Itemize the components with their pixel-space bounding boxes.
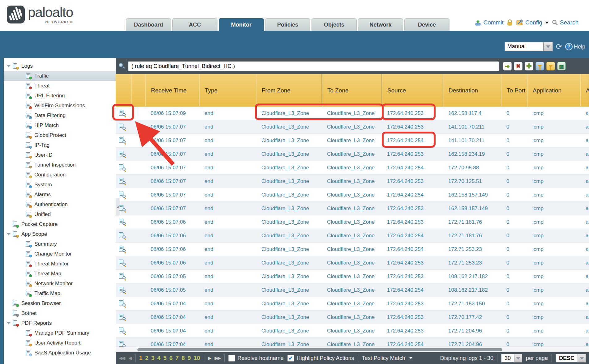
prev-page-button[interactable]: ◀ — [128, 355, 131, 361]
sidebar-item-configuration[interactable]: Configuration — [4, 170, 116, 180]
add-filter-button[interactable]: ✚ — [525, 62, 533, 70]
sidebar-item-manage-pdf-summary[interactable]: Manage PDF Summary — [4, 328, 116, 338]
cell-source[interactable]: 172.64.240.253 — [382, 256, 443, 269]
sidebar-item-tunnel-inspection[interactable]: Tunnel Inspection — [4, 160, 116, 170]
cell-from_zone[interactable]: Cloudflare_L3_Zone — [256, 311, 322, 324]
sidebar-item-threat-monitor[interactable]: Threat Monitor — [4, 259, 116, 269]
sidebar-item-unified[interactable]: Unified — [4, 210, 116, 219]
config-button[interactable]: Config — [516, 19, 549, 26]
page-number-5[interactable]: 5 — [163, 355, 167, 362]
cell-from_zone[interactable]: Cloudflare_L3_Zone — [256, 270, 322, 283]
cell-destination[interactable]: 172.70.125.51 — [443, 175, 501, 188]
cell-application[interactable]: icmp — [527, 107, 580, 120]
cell-from_zone[interactable]: Cloudflare_L3_Zone — [256, 175, 322, 188]
cell-to_zone[interactable]: Cloudflare_L3_Zone — [322, 188, 382, 201]
sidebar-item-hip-match[interactable]: HIP Match — [4, 121, 116, 130]
sidebar-item-pdf-reports[interactable]: PDF Reports — [4, 318, 116, 328]
expand-arrow-icon[interactable] — [7, 322, 11, 324]
help-label[interactable]: Help — [574, 44, 585, 50]
cell-destination[interactable]: 172.71.181.76 — [443, 215, 501, 229]
cell-to_zone[interactable]: Cloudflare_L3_Zone — [322, 243, 382, 256]
refresh-interval-select[interactable]: Manual — [505, 42, 553, 51]
cell-source[interactable]: 172.64.240.253 — [382, 270, 443, 283]
cell-destination[interactable]: 172.70.177.42 — [443, 311, 501, 324]
sidebar-item-traffic[interactable]: Traffic — [4, 71, 116, 81]
log-detail-icon[interactable] — [119, 178, 126, 185]
cell-to_zone[interactable]: Cloudflare_L3_Zone — [322, 283, 382, 297]
sidebar-item-globalprotect[interactable]: GlobalProtect — [4, 130, 116, 140]
cell-to_zone[interactable]: Cloudflare_L3_Zone — [322, 338, 382, 347]
sort-order-caret[interactable] — [578, 354, 586, 362]
cell-application[interactable]: icmp — [527, 229, 580, 242]
log-detail-icon[interactable] — [119, 273, 126, 280]
cell-from_zone[interactable]: Cloudflare_L3_Zone — [256, 120, 322, 133]
help-icon[interactable]: ? — [565, 43, 573, 50]
cell-to_zone[interactable]: Cloudflare_L3_Zone — [322, 256, 382, 269]
sidebar-item-app-scope[interactable]: App Scope — [4, 229, 116, 239]
cell-destination[interactable]: 172.71.204.96 — [443, 324, 501, 337]
refresh-icon[interactable]: ⟳ — [556, 43, 562, 50]
cell-from_zone[interactable]: Cloudflare_L3_Zone — [256, 243, 322, 256]
sidebar-item-data-filtering[interactable]: Data Filtering — [4, 111, 116, 121]
load-filter-button[interactable] — [546, 62, 555, 70]
column-type[interactable]: Type — [199, 74, 256, 107]
log-detail-icon[interactable] — [119, 328, 126, 334]
sidebar-item-threat[interactable]: Threat — [4, 81, 116, 91]
log-detail-icon[interactable] — [119, 192, 126, 198]
expand-arrow-icon[interactable] — [7, 65, 11, 67]
cell-to_zone[interactable]: Cloudflare_L3_Zone — [322, 175, 382, 188]
cell-from_zone[interactable]: Cloudflare_L3_Zone — [256, 134, 322, 147]
cell-from_zone[interactable]: Cloudflare_L3_Zone — [256, 324, 322, 337]
cell-destination[interactable]: 172.71.204.96 — [443, 338, 501, 347]
tab-policies[interactable]: Policies — [265, 18, 310, 31]
refresh-interval-caret[interactable] — [544, 42, 553, 51]
log-detail-icon[interactable] — [119, 110, 126, 117]
table-row[interactable]: 06/06 15:07:07 end Cloudflare_L3_Zone Cl… — [116, 202, 589, 215]
cell-application[interactable]: icmp — [527, 311, 580, 324]
sidebar-item-traffic-map[interactable]: Traffic Map — [4, 289, 116, 298]
cell-source[interactable]: 172.64.240.254 — [382, 243, 443, 256]
sidebar-item-url-filtering[interactable]: URL Filtering — [4, 91, 116, 101]
column-application[interactable]: Application — [527, 74, 580, 107]
cell-from_zone[interactable]: Cloudflare_L3_Zone — [256, 297, 322, 310]
cell-application[interactable]: icmp — [527, 215, 580, 229]
cell-destination[interactable]: 172.70.95.88 — [443, 161, 501, 174]
cell-destination[interactable]: 162.158.157.149 — [443, 202, 501, 215]
sidebar-item-network-monitor[interactable]: Network Monitor — [4, 279, 116, 289]
sidebar-item-packet-capture[interactable]: Packet Capture — [4, 219, 116, 229]
log-detail-icon[interactable] — [119, 300, 126, 307]
table-row[interactable]: 06/06 15:07:07 end Cloudflare_L3_Zone Cl… — [116, 120, 589, 134]
cell-destination[interactable]: 141.101.70.211 — [443, 120, 501, 133]
cell-source[interactable]: 172.64.240.253 — [382, 175, 443, 188]
sidebar-item-system[interactable]: System — [4, 180, 116, 190]
sidebar-item-change-monitor[interactable]: Change Monitor — [4, 249, 116, 259]
table-row[interactable]: 06/06 15:07:05 end Cloudflare_L3_Zone Cl… — [116, 270, 589, 283]
resolve-hostname-checkbox[interactable]: ✔ — [228, 355, 235, 362]
tab-acc[interactable]: ACC — [172, 18, 217, 31]
first-page-button[interactable]: ◀◀ — [119, 355, 125, 361]
column-from-zone[interactable]: From Zone — [256, 74, 322, 107]
next-page-button[interactable]: ▶ — [208, 355, 211, 361]
cell-destination[interactable]: 162.158.234.19 — [443, 147, 501, 161]
cell-destination[interactable]: 108.162.217.182 — [443, 283, 501, 297]
cell-to_zone[interactable]: Cloudflare_L3_Zone — [322, 134, 382, 147]
cell-source[interactable]: 172.64.240.254 — [382, 229, 443, 242]
column-to-zone[interactable]: To Zone — [322, 74, 382, 107]
cell-from_zone[interactable]: Cloudflare_L3_Zone — [256, 188, 322, 201]
sidebar-item-summary[interactable]: Summary — [4, 239, 116, 249]
export-csv-button[interactable]: ▦ — [557, 62, 566, 70]
cell-application[interactable]: icmp — [527, 338, 580, 347]
expand-arrow-icon[interactable] — [7, 233, 11, 235]
table-row[interactable]: 06/06 15:07:06 end Cloudflare_L3_Zone Cl… — [116, 229, 589, 243]
log-detail-icon[interactable] — [119, 151, 126, 158]
column-source[interactable]: Source — [382, 74, 443, 107]
cell-source[interactable]: 172.64.240.253 — [382, 311, 443, 324]
table-row[interactable]: 06/06 15:07:04 end Cloudflare_L3_Zone Cl… — [116, 311, 589, 324]
apply-filter-button[interactable]: ➔ — [503, 62, 512, 70]
cell-to_zone[interactable]: Cloudflare_L3_Zone — [322, 161, 382, 174]
table-row[interactable]: 06/06 15:07:06 end Cloudflare_L3_Zone Cl… — [116, 256, 589, 270]
cell-source[interactable]: 172.64.240.254 — [382, 338, 443, 347]
cell-to_zone[interactable]: Cloudflare_L3_Zone — [322, 229, 382, 242]
cell-to_zone[interactable]: Cloudflare_L3_Zone — [322, 202, 382, 215]
cell-source[interactable]: 172.64.240.253 — [382, 215, 443, 229]
